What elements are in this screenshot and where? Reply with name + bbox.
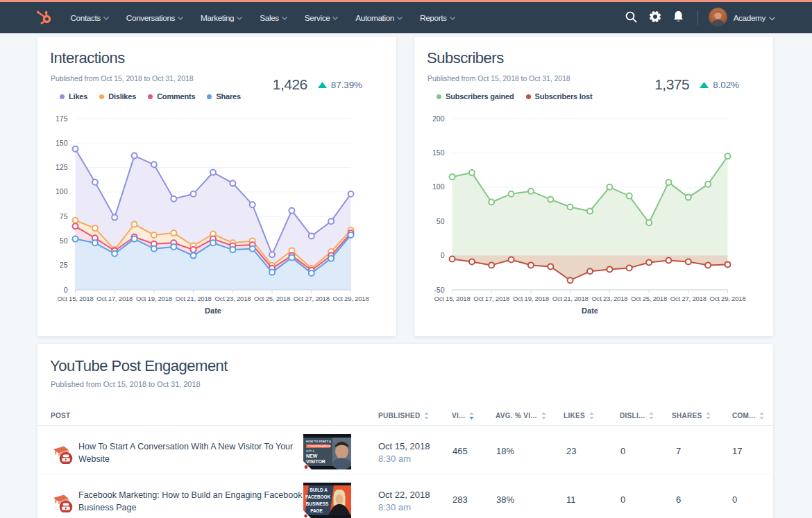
data-point-subscribers-gained[interactable] — [705, 182, 711, 187]
data-point-subscribers-gained[interactable] — [627, 193, 632, 199]
data-point-subscribers-lost[interactable] — [548, 264, 553, 269]
data-point-subscribers-gained[interactable] — [686, 195, 691, 200]
data-point-likes[interactable] — [269, 252, 275, 257]
data-point-subscribers-lost[interactable] — [646, 260, 652, 266]
nav-item-marketing[interactable]: Marketing — [192, 2, 251, 33]
hubspot-logo-icon[interactable] — [37, 8, 55, 28]
data-point-subscribers-lost[interactable] — [469, 259, 475, 265]
data-point-subscribers-lost[interactable] — [587, 268, 593, 274]
data-point-subscribers-lost[interactable] — [666, 258, 671, 264]
notifications-button[interactable] — [667, 2, 691, 33]
data-point-likes[interactable] — [210, 170, 216, 175]
data-point-subscribers-gained[interactable] — [587, 208, 593, 214]
data-point-subscribers-gained[interactable] — [450, 174, 455, 180]
data-point-subscribers-lost[interactable] — [509, 257, 514, 263]
chevron-down-icon — [103, 17, 109, 20]
nav-item-sales[interactable]: Sales — [251, 2, 296, 33]
data-point-likes[interactable] — [151, 162, 157, 167]
data-point-subscribers-lost[interactable] — [528, 262, 534, 268]
legend-item-subscribers-gained[interactable]: Subscribers gained — [437, 92, 514, 101]
search-button[interactable] — [620, 2, 643, 33]
data-point-subscribers-lost[interactable] — [568, 277, 573, 283]
data-point-shares[interactable] — [289, 254, 294, 260]
data-point-shares[interactable] — [191, 253, 196, 259]
legend-item-comments[interactable]: Comments — [148, 92, 195, 101]
data-point-subscribers-lost[interactable] — [725, 261, 731, 267]
data-point-dislikes[interactable] — [73, 218, 78, 223]
column-header-com[interactable]: COM... — [732, 412, 764, 420]
data-point-shares[interactable] — [132, 236, 137, 242]
data-point-comments[interactable] — [73, 223, 78, 229]
data-point-subscribers-lost[interactable] — [450, 257, 455, 262]
data-point-shares[interactable] — [151, 246, 157, 252]
video-thumbnail[interactable]: BUILD AFACEBOOKBUSINESSPAGE — [303, 483, 351, 518]
data-point-subscribers-gained[interactable] — [509, 191, 514, 197]
data-point-likes[interactable] — [132, 153, 137, 159]
legend-item-likes[interactable]: Likes — [60, 92, 87, 101]
column-header-published[interactable]: PUBLISHED — [378, 412, 429, 420]
nav-item-service[interactable]: Service — [296, 2, 347, 33]
post-title-link[interactable]: How To Start A Conversation With A New V… — [78, 440, 305, 465]
data-point-shares[interactable] — [210, 240, 216, 245]
data-point-likes[interactable] — [289, 208, 294, 214]
data-point-dislikes[interactable] — [151, 232, 157, 238]
column-header-disli[interactable]: DISLI... — [620, 412, 654, 420]
data-point-subscribers-gained[interactable] — [489, 200, 494, 205]
data-point-likes[interactable] — [191, 191, 196, 197]
data-point-shares[interactable] — [309, 270, 314, 276]
nav-item-automation[interactable]: Automation — [347, 2, 412, 33]
legend-item-dislikes[interactable]: Dislikes — [99, 92, 136, 101]
data-point-subscribers-gained[interactable] — [469, 170, 475, 175]
data-point-likes[interactable] — [112, 215, 117, 221]
data-point-likes[interactable] — [328, 218, 334, 224]
video-thumbnail[interactable]: HOW TO START ACONVERSATIONwith aNEWVISIT… — [303, 434, 351, 469]
data-point-likes[interactable] — [73, 146, 78, 152]
data-point-dislikes[interactable] — [171, 230, 176, 236]
column-header-shares[interactable]: SHARES — [672, 412, 711, 420]
account-menu[interactable]: Academy — [734, 13, 775, 23]
data-point-comments[interactable] — [191, 247, 196, 252]
data-point-likes[interactable] — [92, 180, 98, 185]
data-point-likes[interactable] — [171, 196, 176, 202]
data-point-shares[interactable] — [328, 256, 334, 261]
subscribers-chart[interactable]: -50050100150200Oct 15, 2018Oct 17, 2018O… — [414, 106, 773, 321]
data-point-shares[interactable] — [269, 270, 275, 275]
data-point-subscribers-gained[interactable] — [528, 189, 534, 194]
column-header-avgvi[interactable]: AVG. % VI... — [496, 412, 546, 420]
data-point-dislikes[interactable] — [132, 221, 137, 227]
avatar[interactable] — [709, 8, 727, 26]
data-point-subscribers-lost[interactable] — [627, 265, 632, 270]
data-point-shares[interactable] — [348, 232, 354, 238]
data-point-subscribers-gained[interactable] — [607, 184, 612, 190]
data-point-shares[interactable] — [73, 236, 78, 242]
column-header-vi[interactable]: VI... — [452, 412, 474, 420]
data-point-subscribers-gained[interactable] — [548, 197, 553, 202]
data-point-shares[interactable] — [230, 247, 235, 252]
post-title-link[interactable]: Facebook Marketing: How to Build an Enga… — [78, 489, 305, 514]
data-point-subscribers-gained[interactable] — [646, 220, 652, 225]
data-point-subscribers-lost[interactable] — [489, 262, 494, 268]
settings-button[interactable] — [643, 2, 667, 33]
data-point-subscribers-lost[interactable] — [705, 262, 711, 268]
nav-item-conversations[interactable]: Conversations — [117, 2, 192, 33]
data-point-shares[interactable] — [92, 240, 98, 245]
data-point-likes[interactable] — [230, 180, 235, 186]
data-point-subscribers-gained[interactable] — [725, 153, 731, 159]
legend-item-shares[interactable]: Shares — [207, 92, 241, 101]
nav-item-reports[interactable]: Reports — [412, 2, 464, 33]
data-point-subscribers-lost[interactable] — [607, 266, 612, 272]
nav-item-contacts[interactable]: Contacts — [62, 2, 117, 33]
data-point-shares[interactable] — [112, 251, 117, 257]
data-point-subscribers-gained[interactable] — [568, 205, 573, 210]
data-point-subscribers-lost[interactable] — [686, 259, 691, 265]
data-point-likes[interactable] — [348, 191, 354, 197]
legend-item-subscribers-lost[interactable]: Subscribers lost — [526, 92, 593, 101]
data-point-likes[interactable] — [309, 233, 314, 239]
data-point-dislikes[interactable] — [92, 225, 98, 231]
data-point-shares[interactable] — [171, 244, 176, 250]
data-point-shares[interactable] — [250, 246, 255, 252]
data-point-subscribers-gained[interactable] — [666, 180, 671, 185]
column-header-likes[interactable]: LIKES — [564, 412, 594, 420]
interactions-chart[interactable]: 0255075100125150175Oct 15, 2018Oct 17, 2… — [37, 106, 396, 321]
data-point-likes[interactable] — [250, 202, 255, 207]
